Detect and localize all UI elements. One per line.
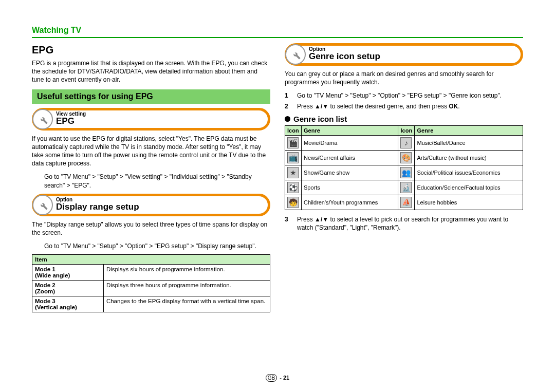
display-range-table: Item Mode 1(Wide angle) Displays six hou…: [32, 254, 270, 312]
page-footer: GB - 21: [0, 374, 555, 382]
view-setting-epg-box: View setting EPG: [32, 108, 270, 130]
table-row: 🧒 Children's/Youth programmes ⛵ Leisure …: [285, 195, 523, 210]
epg-intro: EPG is a programme list that is displaye…: [32, 59, 270, 84]
genre-table: Icon Genre Icon Genre 🎬 Movie/Drama ♪ Mu…: [285, 125, 523, 210]
genre-icon: 🎨: [400, 152, 412, 163]
lang-badge: GB: [266, 374, 277, 382]
genre-icon-list-heading: Genre icon list: [285, 115, 523, 123]
step-1: 1 Go to "TV Menu" > "Setup" > "Option" >…: [285, 91, 523, 100]
genre-steps: 1 Go to "TV Menu" > "Setup" > "Option" >…: [285, 91, 523, 110]
genre-icon: 👥: [400, 167, 412, 178]
bullet-icon: [285, 116, 290, 122]
genre-icon-setup-box: Option Genre icon setup: [285, 43, 523, 66]
box-title: EPG: [56, 117, 264, 126]
wrench-icon: [32, 109, 53, 129]
genre-steps-2: 3 Press ▲/▼ to select a level to pick ou…: [285, 215, 523, 232]
table-row: Mode 3(Vertical angle) Changes to the EP…: [32, 296, 270, 312]
genre-icon: ♪: [400, 137, 412, 148]
box-tag: View setting: [56, 111, 264, 117]
display-range-box: Option Display range setup: [32, 194, 270, 216]
genre-icon: ★: [287, 167, 299, 178]
genre-icon: ⛵: [400, 197, 412, 208]
left-column: EPG EPG is a programme list that is disp…: [32, 42, 270, 318]
genre-icon: 🔬: [400, 182, 412, 193]
section-header: Watching TV: [32, 26, 523, 38]
box-title: Display range setup: [56, 202, 264, 212]
items-header: Item: [32, 255, 270, 265]
table-row: Mode 1(Wide angle) Displays six hours of…: [32, 265, 270, 281]
wrench-icon: [285, 44, 306, 65]
table-row: ★ Show/Game show 👥 Social/Political issu…: [285, 165, 523, 180]
right-column: Option Genre icon setup You can grey out…: [285, 42, 523, 318]
up-down-icon: ▲/▼: [314, 215, 328, 223]
step-2: 2 Press ▲/▼ to select the desired genre,…: [285, 102, 523, 110]
useful-settings-bar: Useful settings for using EPG: [32, 89, 270, 104]
genre-intro: You can grey out or place a mark on desi…: [285, 70, 523, 86]
table-row: Mode 2(Zoom) Displays three hours of pro…: [32, 281, 270, 296]
epg-view-setting-para: If you want to use the EPG for digital s…: [32, 135, 270, 168]
genre-icon: ⚽: [287, 182, 299, 193]
genre-icon: 📺: [287, 152, 299, 163]
epg-path1: Go to "TV Menu" > "Setup" > "View settin…: [44, 173, 270, 189]
display-range-path: Go to "TV Menu" > "Setup" > "Option" > "…: [44, 242, 270, 250]
genre-icon: 🎬: [287, 137, 299, 148]
epg-heading: EPG: [32, 44, 270, 56]
table-row: ⚽ Sports 🔬 Education/Science/Factual top…: [285, 180, 523, 195]
wrench-icon: [32, 195, 53, 215]
table-row: 📺 News/Current affairs 🎨 Arts/Culture (w…: [285, 150, 523, 165]
display-range-para: The "Display range setup" allows you to …: [32, 220, 270, 237]
genre-icon: 🧒: [287, 197, 299, 208]
step-3: 3 Press ▲/▼ to select a level to pick ou…: [285, 215, 523, 232]
box-title: Genre icon setup: [309, 52, 516, 62]
table-row: 🎬 Movie/Drama ♪ Music/Ballet/Dance: [285, 135, 523, 150]
up-down-icon: ▲/▼: [314, 102, 328, 110]
